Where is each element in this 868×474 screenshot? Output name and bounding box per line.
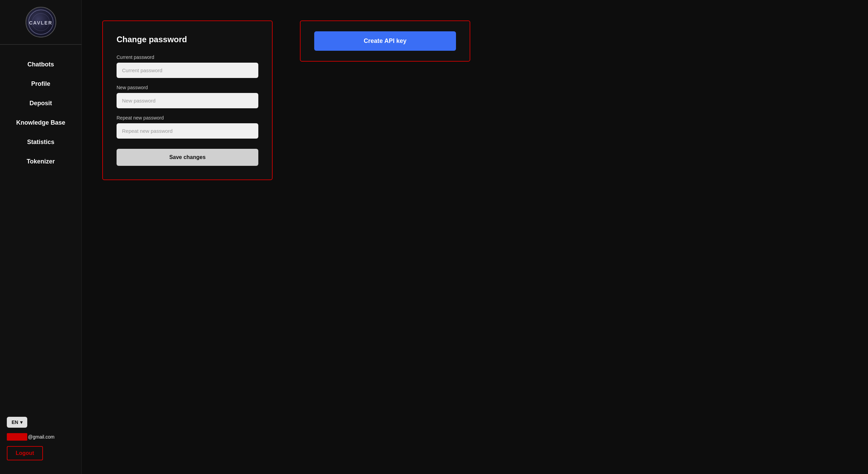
current-password-group: Current password xyxy=(117,54,258,78)
logout-button[interactable]: Logout xyxy=(7,446,43,460)
email-suffix: @gmail.com xyxy=(28,434,55,440)
create-api-key-button[interactable]: Create API key xyxy=(314,31,456,51)
logo-container: CAVLER xyxy=(0,7,81,45)
sidebar-item-chatbots[interactable]: Chatbots xyxy=(0,55,81,74)
main-content: Change password Current password New pas… xyxy=(82,0,868,474)
repeat-password-input[interactable] xyxy=(117,123,258,139)
repeat-password-group: Repeat new password xyxy=(117,115,258,139)
repeat-password-label: Repeat new password xyxy=(117,115,258,121)
email-redacted-block xyxy=(7,433,27,441)
logo-icon: CAVLER xyxy=(26,7,56,37)
change-password-title: Change password xyxy=(117,35,258,44)
save-changes-button[interactable]: Save changes xyxy=(117,149,258,166)
new-password-group: New password xyxy=(117,85,258,108)
sidebar-item-statistics[interactable]: Statistics xyxy=(0,132,81,152)
chevron-down-icon: ▾ xyxy=(20,420,22,425)
sidebar-bottom: EN ▾ @gmail.com Logout xyxy=(0,410,81,467)
change-password-card: Change password Current password New pas… xyxy=(102,20,273,180)
user-email: @gmail.com xyxy=(7,433,75,441)
new-password-label: New password xyxy=(117,85,258,90)
sidebar-item-knowledge-base[interactable]: Knowledge Base xyxy=(0,113,81,132)
logo-text: CAVLER xyxy=(29,20,52,26)
sidebar-item-deposit[interactable]: Deposit xyxy=(0,94,81,113)
language-selector[interactable]: EN ▾ xyxy=(7,417,27,428)
sidebar-item-tokenizer[interactable]: Tokenizer xyxy=(0,152,81,171)
current-password-label: Current password xyxy=(117,54,258,60)
new-password-input[interactable] xyxy=(117,93,258,108)
current-password-input[interactable] xyxy=(117,63,258,78)
nav-menu: Chatbots Profile Deposit Knowledge Base … xyxy=(0,51,81,410)
api-key-card: Create API key xyxy=(300,20,470,62)
sidebar-item-profile[interactable]: Profile xyxy=(0,74,81,94)
sidebar: CAVLER Chatbots Profile Deposit Knowledg… xyxy=(0,0,82,474)
language-label: EN xyxy=(12,420,18,425)
